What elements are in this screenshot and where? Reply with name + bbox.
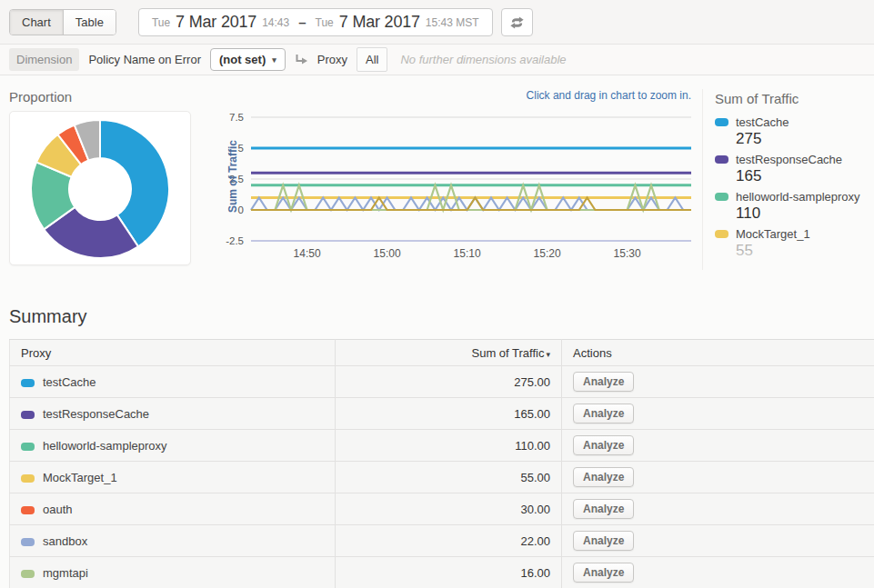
legend-item[interactable]: MockTarget_155 xyxy=(715,227,874,260)
date-range-button[interactable]: Tue 7 Mar 2017 14:43 – Tue 7 Mar 2017 15… xyxy=(138,8,493,36)
donut-card xyxy=(9,111,191,265)
chart-tab-button[interactable]: Chart xyxy=(10,10,63,35)
top-toolbar: Chart Table Tue 7 Mar 2017 14:43 – Tue 7… xyxy=(0,0,874,44)
proxy-name: testResponseCache xyxy=(43,407,149,421)
y-tick-label: -2.5 xyxy=(226,235,244,246)
column-header-actions: Actions xyxy=(562,340,874,366)
x-tick-label: 14:50 xyxy=(294,247,321,260)
analyze-button[interactable]: Analyze xyxy=(573,563,634,583)
line-chart[interactable]: -2.502.557.514:5015:0015:1015:2015:30 xyxy=(211,105,700,266)
table-row: oauth30.00Analyze xyxy=(10,493,874,525)
legend-swatch-icon xyxy=(715,230,728,238)
legend-label: testResponseCache xyxy=(736,153,842,166)
table-row: mgmtapi16.00Analyze xyxy=(10,557,874,588)
legend-label: testCache xyxy=(736,115,789,129)
traffic-value: 22.00 xyxy=(336,525,562,557)
donut-chart[interactable] xyxy=(10,112,190,264)
end-date: 7 Mar 2017 xyxy=(339,13,420,32)
table-row: helloworld-sampleproxy110.00Analyze xyxy=(10,430,874,462)
x-tick-label: 15:10 xyxy=(454,247,481,260)
summary-section: Summary Proxy Sum of Traffic▾ Actions te… xyxy=(9,306,874,588)
traffic-value: 55.00 xyxy=(336,462,562,493)
table-row: sandbox22.00Analyze xyxy=(10,525,874,557)
range-dash: – xyxy=(298,15,306,30)
analyze-button[interactable]: Analyze xyxy=(573,435,634,455)
legend-item[interactable]: helloworld-sampleproxy110 xyxy=(715,190,874,223)
traffic-value: 275.00 xyxy=(336,366,562,398)
dimension-name: Policy Name on Error xyxy=(88,53,201,66)
legend-swatch-icon xyxy=(715,118,728,126)
legend-label: helloworld-sampleproxy xyxy=(736,190,860,204)
table-row: MockTarget_155.00Analyze xyxy=(10,462,874,493)
chevron-down-icon: ▾ xyxy=(272,55,276,65)
sum-of-traffic-header-label: Sum of Traffic xyxy=(472,346,545,360)
proportion-section: Proportion xyxy=(9,83,211,270)
summary-table: Proxy Sum of Traffic▾ Actions testCache2… xyxy=(9,339,874,588)
x-tick-label: 15:20 xyxy=(534,247,561,260)
legend-label: MockTarget_1 xyxy=(736,227,810,241)
proxy-swatch-icon xyxy=(21,411,35,419)
legend-value: 55 xyxy=(736,242,874,260)
dimension-label: Dimension xyxy=(9,48,79,71)
legend-value: 110 xyxy=(736,204,874,223)
dimension-note: No further dimensions available xyxy=(400,53,566,66)
drilldown-arrow-icon xyxy=(295,54,308,65)
legend-panel: Sum of Traffic testCache275testResponseC… xyxy=(702,89,874,270)
proxy-swatch-icon xyxy=(21,570,35,578)
legend-value: 165 xyxy=(736,167,874,185)
proxy-name: sandbox xyxy=(43,534,87,548)
proxy-swatch-icon xyxy=(21,443,35,451)
column-header-proxy[interactable]: Proxy xyxy=(10,340,336,366)
traffic-value: 165.00 xyxy=(336,398,562,430)
proxy-name: MockTarget_1 xyxy=(43,471,117,484)
start-time: 14:43 xyxy=(262,16,289,29)
proxy-name: helloworld-sampleproxy xyxy=(43,439,167,453)
table-tab-button[interactable]: Table xyxy=(63,10,116,35)
chart-hint: Click and drag in chart to zoom in. xyxy=(211,89,691,102)
view-toggle: Chart Table xyxy=(9,9,116,35)
analyze-button[interactable]: Analyze xyxy=(573,499,634,519)
start-date: 7 Mar 2017 xyxy=(176,13,256,32)
legend-items: testCache275testResponseCache165hellowor… xyxy=(715,115,874,260)
table-row: testCache275.00Analyze xyxy=(10,366,874,398)
dimension-value: (not set) xyxy=(219,53,266,66)
analyze-button[interactable]: Analyze xyxy=(573,404,634,424)
proportion-title: Proportion xyxy=(9,89,211,105)
legend-item[interactable]: testResponseCache165 xyxy=(715,153,874,185)
y-axis-label: Sum of Traffic xyxy=(226,131,239,222)
legend-title: Sum of Traffic xyxy=(715,91,874,106)
column-header-sum-of-traffic[interactable]: Sum of Traffic▾ xyxy=(336,340,562,366)
traffic-value: 110.00 xyxy=(336,430,562,462)
analyze-button[interactable]: Analyze xyxy=(573,372,634,392)
refresh-button[interactable] xyxy=(501,8,533,36)
analyze-button[interactable]: Analyze xyxy=(573,531,634,551)
y-tick-label: 7.5 xyxy=(229,112,244,123)
proxy-name: oauth xyxy=(43,503,73,516)
proxy-swatch-icon xyxy=(21,474,35,483)
drilldown-name: Proxy xyxy=(317,53,347,66)
proxy-swatch-icon xyxy=(21,538,35,546)
proxy-swatch-icon xyxy=(21,506,35,514)
legend-item[interactable]: testCache275 xyxy=(715,115,874,148)
proxy-swatch-icon xyxy=(21,379,35,387)
legend-value: 275 xyxy=(736,130,874,148)
main-content: Proportion Click and drag in chart to zo… xyxy=(0,75,874,588)
table-row: testResponseCache165.00Analyze xyxy=(10,398,874,430)
dimension-value-dropdown[interactable]: (not set) ▾ xyxy=(210,48,286,71)
legend-swatch-icon xyxy=(715,193,728,201)
timeseries-section: Click and drag in chart to zoom in. Sum … xyxy=(211,83,702,270)
summary-title: Summary xyxy=(9,306,874,327)
x-tick-label: 15:30 xyxy=(614,247,641,260)
traffic-value: 30.00 xyxy=(336,493,562,525)
proxy-filter-all-button[interactable]: All xyxy=(357,47,387,72)
legend-swatch-icon xyxy=(715,155,728,164)
proxy-name: testCache xyxy=(43,375,96,389)
analyze-button[interactable]: Analyze xyxy=(573,467,634,487)
traffic-value: 16.00 xyxy=(336,557,562,588)
start-day: Tue xyxy=(152,16,170,29)
sort-desc-icon: ▾ xyxy=(546,350,550,359)
end-day: Tue xyxy=(316,16,334,29)
refresh-icon xyxy=(509,16,525,29)
end-time: 15:43 MST xyxy=(426,16,479,29)
proxy-name: mgmtapi xyxy=(43,566,88,580)
